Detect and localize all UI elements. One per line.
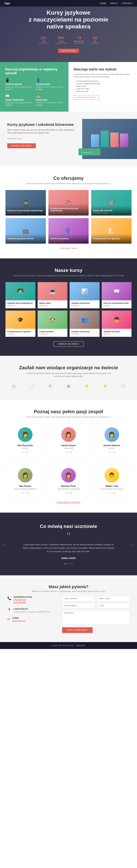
avatar-nat: 👩: [18, 427, 32, 442]
team-social-g-2[interactable]: g: [114, 451, 115, 453]
form-submit-button[interactable]: WYŚLIJ WIADOMOŚĆ: [62, 627, 92, 633]
team-social-fb-4[interactable]: f: [68, 492, 69, 494]
offer-price-1: Od 2400 zł rocznie*: [50, 212, 87, 214]
course-title-7: Angielski dla dzieci: [104, 331, 130, 333]
course-card-5[interactable]: 🏫 Lekcje prywatne Od 1600 zł: [38, 311, 67, 337]
offer-card-5[interactable]: 📝 Przygotowanie do egzaminu Od 3400 zł r…: [91, 218, 132, 244]
offer-overlay-2: Zajęcia dla osób 30+ Od 1600 zł rocznie*: [91, 206, 132, 216]
offer-card-2[interactable]: 🎯 Zajęcia dla osób 30+ Od 1600 zł roczni…: [91, 190, 132, 216]
offer-card-1[interactable]: 📚 Długoterminowe kursy języka angielskie…: [48, 190, 89, 216]
course-img-1: 💻: [38, 282, 67, 300]
info-left-title: Nauczaj angielskiego w najlepszy sposób: [5, 67, 63, 75]
seminars-icon: 📖: [5, 94, 33, 98]
team-social-g-5[interactable]: g: [114, 492, 115, 494]
team-social-fb-2[interactable]: f: [112, 451, 112, 453]
email-icon: ✉: [7, 617, 10, 621]
team-social-tw-1[interactable]: 𝕏: [65, 451, 67, 453]
course-card-0[interactable]: 👩‍💻 Angielski dla początkujących Od 2400…: [5, 282, 35, 308]
offers-grid: 👨‍🎓 Elastyczne kursy języka angielskiego…: [5, 190, 132, 244]
form-subject-input[interactable]: [97, 603, 130, 608]
contact-layout: 📞 ZADZWOŃ DO NAS (753) 954-3153 (612) 56…: [7, 596, 130, 633]
biz-btn[interactable]: DOWIEDZ SIĘ WIĘCEJ: [7, 143, 36, 148]
testimonial-dots: [7, 563, 130, 564]
courses-title: Nasze kursy: [5, 268, 132, 273]
footer-link[interactable]: Simple Shift: [76, 645, 85, 646]
course-card-2[interactable]: 📊 Angielski dla biznesu Od 4600 zł: [70, 282, 100, 308]
info-item-online-title: ZAJĘCIA ONLINE: [5, 83, 33, 85]
hero-cta-button[interactable]: Clips to Present: [58, 49, 79, 53]
team-social-g-3[interactable]: g: [27, 492, 28, 494]
offer-price-0: Od 6500 zł rocznie*: [7, 212, 44, 214]
quote-mark: ": [7, 534, 130, 539]
form-email-input[interactable]: [97, 596, 130, 601]
team-social-tw-0[interactable]: 𝕏: [22, 451, 24, 453]
team-social-tw-3[interactable]: 𝕏: [22, 492, 24, 494]
team-social-fb-3[interactable]: f: [25, 492, 26, 494]
course-info-1: Nauka online Od 1600 zł: [38, 300, 67, 308]
team-social-fb-5[interactable]: f: [112, 492, 112, 494]
avatar-jennie: 👩: [105, 427, 119, 442]
biz-left: Kursy językowe i szkolenia biznesowe Ali…: [0, 119, 82, 159]
offers-subtitle: Ut wisi enim ad minim veniam, quis nostr…: [5, 183, 132, 185]
course-card-1[interactable]: 💻 Nauka online Od 1600 zł: [38, 282, 67, 308]
course-card-4[interactable]: 🎓 Przygotowanie na egzamin Od 2400 zł: [5, 311, 35, 337]
course-img-7: 👦: [102, 311, 132, 329]
team-section: Poznaj nasz pełen pasji zespół Ut wisi e…: [0, 400, 137, 513]
team-subtitle: Ut wisi enim ad minim veniam, quis nostr…: [5, 416, 132, 418]
course-card-7[interactable]: 👦 Angielski dla dzieci Od 900 zł: [102, 311, 132, 337]
nav-contact[interactable]: CONTACT: [122, 2, 132, 4]
nav-about[interactable]: ABOUT: [110, 2, 118, 4]
team-social-tw-5[interactable]: 𝕏: [109, 492, 110, 494]
team-card-3: 👩 Mia Parker Nauczyciel języka angielski…: [5, 464, 45, 498]
course-price-2: Od 4600 zł: [72, 305, 98, 307]
footer-text: © Simple Shift Ltd | Powered by Simple S…: [51, 645, 86, 646]
dot-3[interactable]: [72, 563, 73, 564]
form-name-input[interactable]: [62, 596, 95, 601]
team-social-fb-1[interactable]: f: [68, 451, 69, 453]
team-social-tw-2[interactable]: 𝕏: [109, 451, 110, 453]
offer-price-3: Od 3900 zł rocznie*: [7, 240, 44, 242]
team-role-4: Nauczyciel języka angielskiego: [52, 488, 85, 490]
dot-2[interactable]: [69, 563, 70, 564]
team-social-g-0[interactable]: g: [27, 451, 28, 453]
course-img-4: 🎓: [5, 311, 35, 329]
offer-card-3[interactable]: 💼 Szkolenia językowe dla firm Od 3900 zł…: [5, 218, 46, 244]
team-social-g-1[interactable]: g: [71, 451, 72, 453]
offer-price-2: Od 1600 zł rocznie*: [93, 212, 130, 214]
nav-home[interactable]: HOME: [100, 2, 107, 4]
contact-section: Masz jakieś pytania? Aliquam erat volutp…: [0, 575, 137, 642]
trust-logo-3: ◉: [62, 381, 75, 391]
offer-card-0[interactable]: 👨‍🎓 Elastyczne kursy języka angielskiego…: [5, 190, 46, 216]
form-message-input[interactable]: [62, 610, 130, 625]
testimonial-next-arrow[interactable]: ›: [132, 542, 133, 546]
course-img-3: 📖: [102, 282, 132, 300]
course-card-6[interactable]: 👥 Prywatna mini-group Od 4600 zł: [70, 311, 100, 337]
info-item-translation-text: Sample text. Click to select. Use Five D…: [36, 86, 63, 90]
team-link[interactable]: PEŁNA KADRA I TRENERZY: [5, 501, 132, 503]
info-right-btn[interactable]: DOWIEDZ SIĘ WIĘCEJ: [74, 95, 99, 99]
form-phone-input[interactable]: [62, 603, 95, 608]
team-social-fb-0[interactable]: f: [25, 451, 26, 453]
testimonial-prev-arrow[interactable]: ‹: [4, 542, 5, 546]
offer-price-4: Od 2900 zł rocznie*: [50, 240, 87, 242]
team-socials-4: 𝕏 f g: [52, 492, 85, 494]
dot-0[interactable]: [64, 563, 65, 564]
info-item-seminars: 📖 NASZE SEMINARIA Sample text. Click to …: [5, 94, 33, 106]
course-title-5: Lekcje prywatne: [39, 331, 66, 333]
offer-title-3: Szkolenia językowe dla firm: [7, 238, 44, 240]
team-socials-2: 𝕏 f g: [95, 451, 129, 453]
contact-location-label: LOKALIZACJA: [13, 608, 50, 610]
courses-btn[interactable]: DOWIEDZ SIĘ WIĘCEJ: [53, 341, 84, 347]
offer-card-4[interactable]: 🗣️ Szkolenia językowe Od 2900 zł rocznie…: [48, 218, 89, 244]
testimonial-name: Halker Smith: [7, 557, 130, 559]
translation-icon: 👤: [36, 78, 63, 83]
dot-1[interactable]: [67, 563, 68, 564]
trust-logo-4: ⚡: [80, 381, 93, 391]
course-img-5: 🏫: [38, 311, 67, 329]
course-card-3[interactable]: 📖 Kursy do samodzielnej nauki Od 900 zł: [102, 282, 132, 308]
offers-link[interactable]: Oferta pełna i cennik: [5, 247, 132, 249]
team-social-tw-4[interactable]: 𝕏: [65, 492, 67, 494]
contact-subtitle: Aliquam erat volutpat. Nam dui mi, tinci…: [7, 590, 130, 592]
team-social-g-4[interactable]: g: [71, 492, 72, 494]
team-name-5: Walter Lilly: [95, 485, 129, 488]
